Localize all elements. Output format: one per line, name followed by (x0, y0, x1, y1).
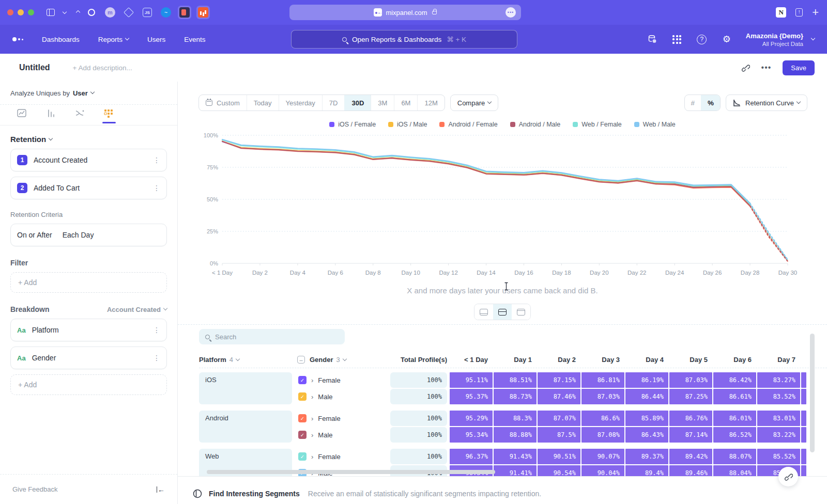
retention-value-cell[interactable]: 86.42% (713, 372, 756, 388)
range-3m[interactable]: 3M (371, 95, 394, 111)
tab-bird-icon[interactable]: ~ (159, 6, 173, 19)
gender-cell[interactable]: ✓›Female (297, 452, 385, 461)
retention-criteria-card[interactable]: On or After Each Day (10, 224, 167, 246)
range-today[interactable]: Today (247, 95, 279, 111)
series-checkbox[interactable]: ✓ (298, 452, 307, 461)
retention-value-cell[interactable]: 90.54% (538, 465, 580, 476)
retention-value-cell[interactable]: 87.07% (538, 411, 580, 426)
retention-value-cell[interactable]: 87.46% (538, 389, 580, 404)
layout-table-only-button[interactable] (512, 304, 530, 320)
back-icon[interactable] (76, 11, 80, 14)
retention-section-header[interactable]: Retention (10, 135, 167, 144)
data-management-icon[interactable] (647, 34, 658, 45)
retention-value-cell[interactable]: 88.51% (494, 372, 537, 388)
day-column-header[interactable]: Day 1 (494, 356, 538, 364)
chart-type-selector[interactable]: Retention Curve (726, 94, 807, 111)
retention-value-cell[interactable]: 86.52% (713, 427, 756, 443)
legend-item[interactable]: Web / Male (634, 121, 676, 128)
retention-value-cell[interactable]: 90.07% (581, 449, 624, 464)
series-checkbox[interactable]: ✓ (298, 431, 307, 439)
platform-column-header[interactable]: Platform 4 (199, 356, 292, 364)
range-12m[interactable]: 12M (417, 95, 444, 111)
retention-value-cell[interactable]: 91.41% (494, 465, 537, 476)
mixpanel-logo[interactable] (12, 37, 23, 41)
tab-cube-icon[interactable] (122, 6, 135, 19)
expand-chevron-icon[interactable]: › (311, 393, 313, 401)
indeterminate-checkbox[interactable]: – (297, 356, 305, 364)
segments-title[interactable]: Find Interesting Segments (209, 490, 300, 498)
legend-item[interactable]: Android / Female (439, 121, 497, 128)
range-yesterday[interactable]: Yesterday (279, 95, 322, 111)
retention-value-cell[interactable]: 95.29% (450, 411, 493, 426)
platform-cell[interactable]: Android (199, 411, 292, 443)
tab-avatar-icon[interactable]: m (103, 6, 117, 19)
nav-item-reports[interactable]: Reports (98, 36, 129, 43)
tab-insights[interactable] (14, 109, 30, 123)
retention-value-cell[interactable]: 85.52% (757, 449, 800, 464)
retention-value-cell[interactable]: 86.19% (625, 372, 668, 388)
analyze-uniques-row[interactable]: Analyze Uniques by User (0, 82, 177, 105)
day-column-header[interactable]: < 1 Day (450, 356, 494, 364)
nav-item-events[interactable]: Events (184, 36, 205, 43)
expand-chevron-icon[interactable]: › (311, 453, 313, 461)
retention-value-cell[interactable]: 95.37% (450, 389, 493, 404)
criteria-interval[interactable]: Each Day (63, 231, 94, 239)
retention-value-cell[interactable]: 86.61% (713, 389, 756, 404)
extension-icon[interactable]: ••• (506, 7, 516, 18)
tab-reader-icon[interactable] (178, 6, 191, 19)
retention-value-cell[interactable]: 83.22% (757, 427, 800, 443)
layout-split-button[interactable] (493, 304, 512, 320)
retention-value-cell[interactable]: 85.89% (625, 411, 668, 426)
retention-value-cell[interactable]: 86.43% (625, 427, 668, 443)
help-icon[interactable]: ? (696, 34, 708, 45)
tab-funnels[interactable] (43, 109, 59, 123)
breakdown-scope-selector[interactable]: Account Created (107, 306, 167, 313)
tab-flows[interactable] (72, 109, 88, 123)
unit-count-button[interactable]: # (685, 95, 701, 111)
retention-value-cell[interactable]: 96.37% (450, 449, 493, 464)
total-profiles-header[interactable]: Total Profile(s) (390, 356, 447, 364)
range-7d[interactable]: 7D (322, 95, 345, 111)
kebab-menu-icon[interactable]: ⋮ (153, 156, 160, 164)
legend-item[interactable]: Android / Male (510, 121, 561, 128)
retention-line-chart[interactable]: 0%25%50%75%100%< 1 DayDay 2Day 4Day 6Day… (198, 130, 806, 281)
kebab-menu-icon[interactable]: ⋮ (153, 184, 160, 192)
kebab-menu-icon[interactable]: ⋮ (153, 326, 160, 334)
retention-value-cell[interactable]: 95.11% (450, 372, 493, 388)
retention-value-cell[interactable]: 83.52% (757, 389, 800, 404)
vertical-scrollbar[interactable] (810, 334, 815, 452)
zoom-window-button[interactable] (28, 9, 34, 15)
retention-value-cell[interactable]: 88.07% (713, 449, 756, 464)
new-tab-icon[interactable]: + (812, 6, 819, 19)
copy-link-icon[interactable] (741, 63, 750, 72)
close-window-button[interactable] (7, 9, 13, 15)
retention-step-card[interactable]: 1 Account Created ⋮ (10, 149, 167, 171)
retention-value-cell[interactable]: 89.46% (669, 465, 712, 476)
retention-value-cell[interactable]: 95.34% (450, 427, 493, 443)
url-bar[interactable]: mixpanel.com ••• (289, 5, 521, 20)
retention-value-cell[interactable]: 86.01% (713, 411, 756, 426)
report-title[interactable]: Untitled (19, 63, 50, 72)
day-column-header[interactable]: Day 3 (581, 356, 625, 364)
compare-button[interactable]: Compare (450, 94, 498, 111)
gender-cell[interactable]: ✓›Male (297, 431, 385, 439)
retention-value-cell[interactable]: 88.3% (494, 411, 537, 426)
retention-value-cell[interactable]: 89.42% (669, 449, 712, 464)
kebab-menu-icon[interactable]: ⋮ (153, 354, 160, 362)
day-column-header[interactable]: Day 5 (669, 356, 713, 364)
retention-value-cell[interactable]: 87.03% (669, 372, 712, 388)
minimize-window-button[interactable] (18, 9, 24, 15)
breakdown-card[interactable]: Aa Gender ⋮ (10, 346, 167, 369)
gender-cell[interactable]: ✓›Male (297, 392, 385, 401)
day-column-header[interactable]: Day 7 (757, 356, 801, 364)
expand-chevron-icon[interactable]: › (311, 376, 313, 384)
retention-value-cell[interactable]: 87.14% (669, 427, 712, 443)
account-switcher[interactable]: Amazonia {Demo} All Project Data (746, 32, 815, 47)
gender-column-header[interactable]: – Gender 3 (297, 356, 385, 364)
criteria-mode[interactable]: On or After (17, 231, 52, 239)
tab-retention[interactable] (101, 109, 117, 123)
apps-grid-icon[interactable] (671, 34, 683, 45)
save-button[interactable]: Save (783, 60, 815, 75)
notion-extension-icon[interactable]: N (776, 7, 786, 18)
range-6m[interactable]: 6M (394, 95, 417, 111)
